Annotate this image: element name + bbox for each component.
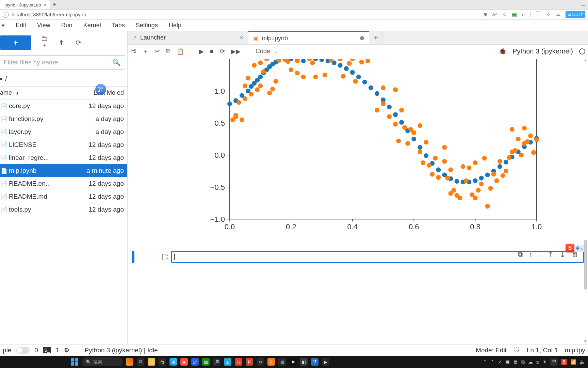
- tray-icon[interactable]: ▣: [505, 359, 510, 365]
- capcut-icon[interactable]: ✖: [289, 358, 297, 366]
- stop-icon[interactable]: ■: [210, 48, 214, 55]
- file-row[interactable]: 📄LICENSE12 days ago: [0, 138, 127, 151]
- code-cell[interactable]: [ ]: ⧉ ↑ ↓ ⤒ ⤓ 🗑 S 中 ·,: [132, 251, 584, 263]
- copy-icon[interactable]: ⧉: [166, 48, 170, 55]
- explorer-icon[interactable]: 🗂: [148, 358, 155, 366]
- app-icon[interactable]: ◍: [278, 358, 286, 366]
- zoom-icon[interactable]: ⊕: [483, 11, 488, 18]
- add-cell-icon[interactable]: ＋: [143, 47, 149, 56]
- menu-file[interactable]: e: [1, 20, 10, 30]
- close-icon[interactable]: ×: [44, 2, 47, 7]
- kernel-name[interactable]: Python 3 (ipykernel): [512, 47, 573, 55]
- upload-icon[interactable]: ⬆: [57, 39, 65, 47]
- split-icon[interactable]: ⿲: [536, 12, 541, 18]
- file-row[interactable]: 📄README.en...12 days ago: [0, 177, 127, 190]
- app-icon[interactable]: ◆: [180, 358, 188, 366]
- app-icon[interactable]: ◎: [235, 358, 242, 366]
- menu-settings[interactable]: Settings: [131, 20, 163, 30]
- scroll-thumb[interactable]: [584, 240, 587, 290]
- trusted-icon[interactable]: 🛡: [513, 347, 520, 354]
- filter-input[interactable]: Filter files by name 🔍: [0, 55, 125, 70]
- file-row[interactable]: 📄layer.pya day ago: [0, 125, 127, 138]
- menu-kernel[interactable]: Kernel: [79, 20, 106, 30]
- file-row[interactable]: 📄mlp.ipynba minute ago: [0, 164, 127, 177]
- close-icon[interactable]: ×: [240, 34, 243, 41]
- sogou-tray-icon[interactable]: S: [561, 359, 567, 365]
- file-row[interactable]: 📄linear_regre...12 days ago: [0, 151, 127, 164]
- blender-icon[interactable]: ⟠: [267, 358, 275, 366]
- cell-type-select[interactable]: Code ⌄: [256, 48, 278, 55]
- notebook-body[interactable]: −1.0−0.50.00.51.00.00.20.40.60.81.0 [ ]:…: [128, 58, 588, 344]
- sogou-ime-icon[interactable]: S: [566, 244, 574, 252]
- vscode-icon[interactable]: ⧩: [311, 358, 318, 366]
- tray-icon[interactable]: ✴: [543, 359, 547, 365]
- system-tray[interactable]: ⌃ ⌃ ↗ ▣ 🗑 ⧉ ☁ ⧈ ✴ 中 S 📶 🔈: [483, 358, 585, 366]
- tab-launcher[interactable]: ↗ Launcher ×: [128, 31, 248, 44]
- save-icon[interactable]: 🖫: [130, 48, 136, 55]
- app-icon[interactable]: ◧: [300, 358, 308, 366]
- duplicate-cell-icon[interactable]: ⧉: [518, 250, 523, 259]
- extensions-icon[interactable]: ⟐: [522, 12, 525, 18]
- feishu-icon[interactable]: 🕊: [191, 358, 199, 366]
- insert-above-icon[interactable]: ⤒: [548, 250, 554, 259]
- menu-help[interactable]: Help: [164, 20, 186, 30]
- translate-icon[interactable]: ▦: [512, 11, 517, 18]
- wifi-icon[interactable]: 📶: [570, 359, 576, 365]
- terminal-icon[interactable]: ⧈: [257, 358, 264, 366]
- read-aloud-icon[interactable]: Aᴬ: [492, 12, 497, 17]
- site-info-icon[interactable]: i: [3, 12, 9, 18]
- tray-chevron-icon[interactable]: ⌃: [483, 359, 487, 365]
- scroll-down-arrow-icon[interactable]: ▼: [583, 339, 587, 344]
- vertical-scrollbar[interactable]: ▲ ▼: [583, 58, 587, 344]
- file-row[interactable]: 📄README.md12 days ago: [0, 190, 127, 203]
- media-icon[interactable]: ▶: [322, 358, 329, 366]
- insert-below-icon[interactable]: ⤓: [560, 250, 566, 259]
- browser-tab[interactable]: .ipynb - JupyterLab ×: [0, 0, 50, 9]
- col-name[interactable]: ame: [0, 89, 12, 96]
- terminal-icon[interactable]: S_: [43, 347, 51, 353]
- tray-icon[interactable]: 🗑: [513, 359, 518, 365]
- tray-icon[interactable]: ⌃: [490, 359, 494, 365]
- volume-icon[interactable]: 🔈: [579, 359, 585, 365]
- menu-edit[interactable]: Edit: [11, 20, 31, 30]
- task-view-icon[interactable]: ⧉: [137, 358, 144, 366]
- browser-new-tab[interactable]: +: [50, 0, 60, 9]
- start-button[interactable]: [71, 358, 78, 366]
- favorite-icon[interactable]: ☆: [502, 11, 507, 18]
- breadcrumb[interactable]: ▪ /: [0, 73, 127, 86]
- url-text[interactable]: localhost:8890/lab/tree/mlp.ipynb: [12, 12, 86, 17]
- feishu-badge-icon[interactable]: 🕊: [95, 84, 106, 95]
- new-folder-icon[interactable]: 🗀⁺: [40, 34, 48, 50]
- move-down-icon[interactable]: ↓: [538, 250, 542, 259]
- move-up-icon[interactable]: ↑: [529, 250, 532, 259]
- window-minimize-icon[interactable]: –: [579, 1, 588, 9]
- menu-tabs[interactable]: Tabs: [107, 20, 130, 30]
- run-icon[interactable]: ▶: [199, 48, 204, 55]
- scroll-up-arrow-icon[interactable]: ▲: [583, 58, 587, 63]
- powerpoint-icon[interactable]: P: [246, 358, 253, 366]
- cut-icon[interactable]: ✂: [155, 48, 160, 55]
- search-assist-icon[interactable]: 🔎: [213, 358, 220, 366]
- menu-run[interactable]: Run: [56, 20, 77, 30]
- cloud-icon[interactable]: ☁: [555, 11, 561, 18]
- settings-icon[interactable]: ⚙: [64, 347, 69, 354]
- file-row[interactable]: 📄tools.py12 days ago: [0, 203, 127, 216]
- menu-view[interactable]: View: [32, 20, 55, 30]
- upload-badge[interactable]: 后续上传: [566, 11, 585, 18]
- new-tab-button[interactable]: +: [369, 31, 383, 44]
- run-all-icon[interactable]: ▶▶: [231, 48, 241, 55]
- new-launcher-button[interactable]: +: [0, 35, 31, 50]
- tray-icon[interactable]: ☁: [528, 359, 533, 365]
- refresh-icon[interactable]: ⟳: [74, 39, 82, 47]
- restart-icon[interactable]: ⟳: [220, 48, 225, 55]
- tray-icon[interactable]: ⧈: [536, 359, 539, 365]
- sort-asc-icon[interactable]: ▲: [15, 91, 19, 95]
- file-row[interactable]: 📄core.py12 days ago: [0, 99, 127, 112]
- app-icon[interactable]: [126, 358, 133, 366]
- tray-icon[interactable]: ↗: [498, 359, 502, 365]
- debugger-icon[interactable]: 🐞: [499, 48, 506, 55]
- app-icon[interactable]: ▦: [202, 358, 210, 366]
- simple-toggle[interactable]: [16, 347, 30, 354]
- kernel-status-icon[interactable]: [579, 48, 585, 55]
- tab-notebook[interactable]: ▣ mlp.ipynb: [248, 31, 369, 44]
